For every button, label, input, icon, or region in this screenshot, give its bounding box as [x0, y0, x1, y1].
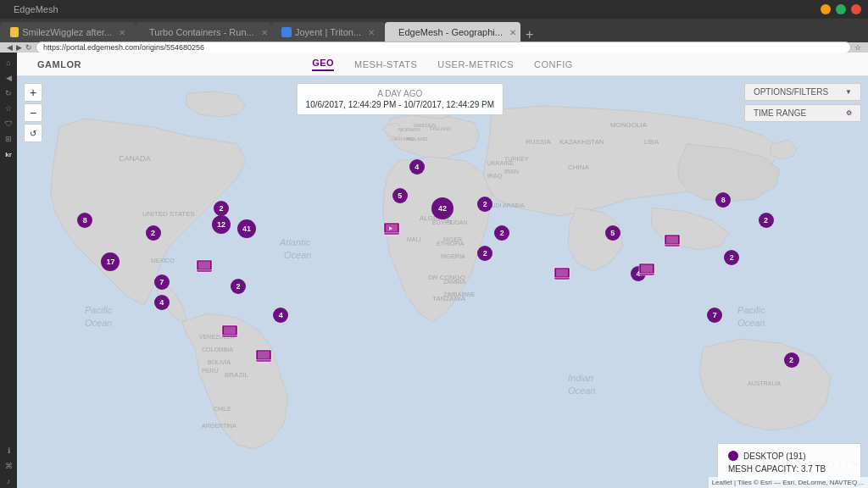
close-button[interactable]: [851, 4, 861, 14]
app-logo: gamlor: [37, 59, 81, 69]
tab-turbo[interactable]: Turbo Containers - Run... ✕: [136, 22, 271, 42]
marker-2-au[interactable]: 2: [784, 352, 799, 368]
marker-12[interactable]: 12: [212, 215, 231, 234]
options-filters-arrow: ▼: [845, 88, 852, 96]
tab-label-4: EdgeMesh - Geographi...: [398, 27, 503, 37]
tab-edgemesh[interactable]: EdgeMesh - Geographi... ✕: [385, 22, 520, 42]
tab-close-1[interactable]: ✕: [119, 28, 125, 37]
marker-17[interactable]: 17: [101, 252, 120, 271]
bookmark-button[interactable]: ☆: [854, 43, 861, 52]
sidebar-icon-volume[interactable]: ♪: [2, 474, 15, 488]
zoom-in-button[interactable]: +: [24, 83, 42, 102]
svg-text:MEXICO: MEXICO: [151, 258, 175, 263]
marker-41[interactable]: 41: [237, 219, 256, 238]
svg-text:Pacific: Pacific: [737, 305, 765, 315]
nav-config[interactable]: CONFIG: [534, 59, 573, 69]
sidebar-icon-wifi[interactable]: ⌘: [2, 459, 15, 473]
marker-4-sa[interactable]: 4: [273, 308, 288, 323]
svg-text:COLOMBIA: COLOMBIA: [202, 347, 233, 352]
sidebar-icon-home[interactable]: ⌂: [2, 56, 15, 69]
title-bar: EdgeMesh: [0, 0, 868, 19]
svg-text:IRAQ: IRAQ: [487, 173, 503, 180]
address-input[interactable]: [36, 42, 851, 53]
tab-close-4[interactable]: ✕: [509, 28, 516, 37]
svg-text:Ocean: Ocean: [568, 385, 595, 396]
time-range-button[interactable]: TIME RANGE ⚙: [744, 104, 861, 122]
svg-rect-58: [641, 265, 653, 273]
marker-4-na[interactable]: 4: [154, 295, 170, 310]
marker-5-eu[interactable]: 5: [392, 188, 408, 203]
computer-marker-eas[interactable]: [663, 233, 682, 248]
svg-text:CANADA: CANADA: [119, 154, 151, 163]
nav-mesh-stats[interactable]: MESH-STATS: [354, 59, 417, 69]
legend: DESKTOP (191) MESH CAPACITY: 3.7 TB: [717, 443, 861, 481]
computer-marker-mx[interactable]: [195, 258, 214, 274]
svg-text:UKRAINE: UKRAINE: [487, 160, 514, 166]
svg-text:CHILE: CHILE: [214, 406, 231, 412]
maximize-button[interactable]: [836, 4, 846, 14]
sidebar-icon-info[interactable]: ℹ: [2, 444, 15, 458]
svg-text:ARGENTINA: ARGENTINA: [202, 423, 236, 429]
svg-text:Atlantic: Atlantic: [279, 237, 311, 247]
nav-user-metrics[interactable]: USER-METRICS: [437, 59, 514, 69]
marker-8[interactable]: 8: [77, 213, 92, 228]
zoom-out-button[interactable]: −: [24, 103, 42, 122]
reset-view-button[interactable]: ↺: [24, 124, 42, 142]
marker-5-as[interactable]: 5: [605, 225, 620, 241]
marker-4-eu[interactable]: 4: [409, 159, 425, 175]
legend-desktop-label: DESKTOP (191): [743, 452, 806, 461]
svg-text:UNITED STATES: UNITED STATES: [142, 210, 195, 218]
new-tab-button[interactable]: +: [520, 27, 538, 42]
nav-geo[interactable]: GEO: [312, 58, 334, 71]
marker-42[interactable]: 42: [431, 197, 453, 219]
browser-chrome: EdgeMesh SmilezWigglez after... ✕ Turbo …: [0, 0, 868, 53]
tab-label-2: Turbo Containers - Run...: [149, 27, 254, 37]
map-tooltip: A DAY AGO 10/6/2017, 12:44:29 PM - 10/7/…: [297, 83, 504, 115]
tab-close-2[interactable]: ✕: [261, 28, 268, 37]
sidebar-icon-bookmark[interactable]: ☆: [2, 102, 15, 115]
forward-button[interactable]: ▶: [16, 43, 22, 52]
tab-joyent[interactable]: Joyent | Triton... ✕: [271, 22, 385, 42]
address-bar: ◀ ▶ ↻ ☆: [0, 42, 868, 53]
computer-marker-india[interactable]: [553, 266, 571, 281]
marker-2-na1[interactable]: 2: [146, 225, 161, 241]
marker-2-af[interactable]: 2: [477, 246, 492, 261]
map-container[interactable]: Atlantic Ocean Pacific Ocean Pacific Oce…: [17, 76, 868, 488]
marker-2-as[interactable]: 2: [759, 213, 774, 228]
svg-text:ZIMBABWE: ZIMBABWE: [443, 291, 476, 297]
svg-text:Ocean: Ocean: [284, 250, 311, 260]
marker-2-sa[interactable]: 2: [231, 279, 246, 294]
tab-close-3[interactable]: ✕: [368, 28, 375, 37]
marker-7-as[interactable]: 7: [707, 308, 722, 323]
sidebar-icon-apps[interactable]: ⊞: [2, 132, 15, 146]
back-button[interactable]: ◀: [7, 43, 13, 52]
svg-text:FINLAND: FINLAND: [430, 126, 452, 131]
marker-2-na2[interactable]: 2: [214, 201, 229, 216]
svg-text:Pacific: Pacific: [85, 305, 113, 315]
svg-text:SUDAN: SUDAN: [447, 219, 468, 225]
svg-text:LIBIA: LIBIA: [644, 139, 659, 145]
computer-marker-sa1[interactable]: [220, 324, 239, 339]
sidebar-icon-reload[interactable]: ↻: [2, 86, 15, 100]
marker-2-me[interactable]: 2: [494, 225, 509, 241]
tab-label-3: Joyent | Triton...: [295, 27, 361, 37]
svg-text:Ocean: Ocean: [85, 318, 112, 328]
marker-8-as[interactable]: 8: [715, 192, 731, 208]
options-panel: OPTIONS/FILTERS ▼ TIME RANGE ⚙: [744, 83, 861, 122]
minimize-button[interactable]: [821, 4, 831, 14]
computer-marker-eu[interactable]: ▶: [382, 221, 401, 236]
computer-marker-sa2[interactable]: [254, 348, 273, 363]
reload-button[interactable]: ↻: [25, 43, 32, 52]
marker-2-sea[interactable]: 2: [724, 250, 739, 265]
sidebar-icon-kr[interactable]: kr: [2, 147, 15, 161]
marker-7[interactable]: 7: [154, 274, 170, 290]
computer-marker-sea[interactable]: [637, 262, 656, 277]
svg-text:ETHIOPIA: ETHIOPIA: [437, 241, 465, 247]
svg-rect-50: [198, 261, 210, 269]
sidebar-icon-back[interactable]: ◀: [2, 71, 15, 85]
tab-smilez[interactable]: SmilezWigglez after... ✕: [0, 22, 136, 42]
sidebar-icon-shield[interactable]: 🛡: [2, 117, 15, 130]
svg-text:UKRAINE: UKRAINE: [392, 136, 415, 141]
options-filters-button[interactable]: OPTIONS/FILTERS ▼: [744, 83, 861, 101]
marker-2-eu[interactable]: 2: [477, 197, 492, 212]
